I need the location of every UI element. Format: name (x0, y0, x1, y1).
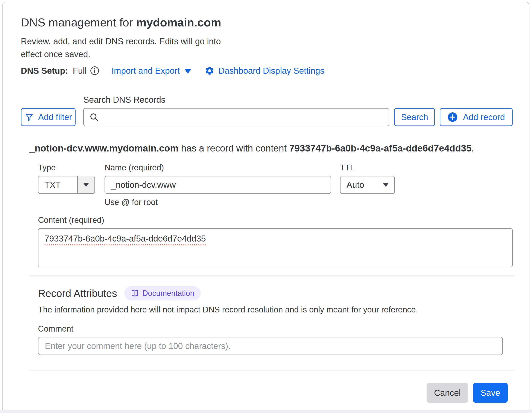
plus-circle-icon (447, 112, 458, 122)
comment-label: Comment (38, 324, 513, 334)
search-dns-records-label: Search DNS Records (83, 95, 513, 105)
name-hint: Use @ for root (104, 198, 331, 207)
type-select[interactable]: TXT (38, 176, 95, 194)
record-attributes-title: Record Attributes (38, 287, 117, 299)
chevron-down-icon (83, 183, 89, 187)
content-field: Content (required) 7933747b-6a0b-4c9a-af… (38, 216, 513, 267)
record-form: Type TXT Name (required) Use @ for root (21, 163, 513, 267)
record-attributes-header: Record Attributes Documentation (38, 286, 513, 300)
chevron-down-icon (383, 183, 389, 187)
page-title-domain: mydomain.com (136, 16, 221, 29)
name-field: Name (required) Use @ for root (104, 163, 331, 207)
content-textarea[interactable]: 7933747b-6a0b-4c9a-af5a-dde6d7e4dd35 (38, 228, 513, 267)
search-button[interactable]: Search (394, 108, 435, 126)
content-label: Content (required) (38, 216, 513, 225)
comment-input[interactable] (38, 337, 503, 355)
import-export-label: Import and Export (111, 66, 180, 76)
dns-setup-row: DNS Setup: Full Import and Export Dashbo… (21, 65, 513, 76)
ttl-field: TTL Auto (340, 163, 395, 207)
filter-icon (24, 113, 34, 122)
add-filter-button[interactable]: Add filter (21, 108, 76, 126)
search-button-label: Search (401, 112, 428, 122)
notice-record-content: 7933747b-6a0b-4c9a-af5a-dde6d7e4dd35 (289, 143, 471, 153)
add-record-label: Add record (463, 112, 505, 122)
save-button[interactable]: Save (473, 383, 508, 403)
record-exists-notice: _notion-dcv.www.mydomain.com has a recor… (29, 143, 513, 154)
record-attributes-description: The information provided here will not i… (38, 305, 513, 314)
search-box (83, 108, 389, 126)
documentation-label: Documentation (142, 289, 194, 298)
documentation-link[interactable]: Documentation (124, 286, 201, 300)
info-icon[interactable] (90, 66, 99, 75)
bottom-strip (0, 410, 532, 413)
gear-icon (205, 66, 214, 76)
type-select-value: TXT (38, 180, 77, 190)
ttl-select-value: Auto (341, 180, 383, 190)
name-label: Name (required) (104, 163, 331, 172)
dns-setup-label: DNS Setup: (21, 66, 68, 76)
content-value: 7933747b-6a0b-4c9a-af5a-dde6d7e4dd35 (44, 234, 206, 246)
page-subtitle: Review, add, and edit DNS records. Edits… (21, 35, 224, 61)
notice-record-name: _notion-dcv.www.mydomain.com (29, 143, 178, 153)
page-title: DNS management for mydomain.com (21, 15, 513, 29)
notice-middle-text: has a record with content (178, 143, 289, 153)
footer-divider (29, 370, 515, 370)
notice-suffix: . (471, 143, 474, 153)
search-section: Search DNS Records Add filter Search (21, 95, 513, 126)
cancel-button[interactable]: Cancel (427, 383, 468, 403)
search-icon (89, 112, 99, 122)
add-filter-label: Add filter (38, 112, 72, 122)
page-title-prefix: DNS management for (21, 16, 136, 29)
name-input[interactable] (104, 176, 331, 194)
comment-field: Comment (38, 324, 513, 355)
type-label: Type (38, 163, 95, 172)
import-export-menu[interactable]: Import and Export (111, 66, 191, 76)
ttl-label: TTL (340, 163, 395, 172)
footer-actions: Cancel Save (21, 383, 508, 403)
type-select-caret-zone (77, 176, 95, 193)
add-record-button[interactable]: Add record (440, 108, 513, 126)
search-input[interactable] (83, 108, 389, 126)
type-field: Type TXT (38, 163, 95, 207)
chevron-down-icon (184, 69, 191, 74)
dns-management-card: DNS management for mydomain.com Review, … (2, 2, 529, 413)
section-divider (29, 275, 515, 275)
dashboard-display-settings-link[interactable]: Dashboard Display Settings (205, 66, 324, 76)
dns-setup-value: Full (73, 66, 86, 76)
book-icon (131, 289, 139, 297)
ttl-select[interactable]: Auto (340, 176, 395, 194)
dashboard-display-settings-label: Dashboard Display Settings (218, 66, 324, 76)
